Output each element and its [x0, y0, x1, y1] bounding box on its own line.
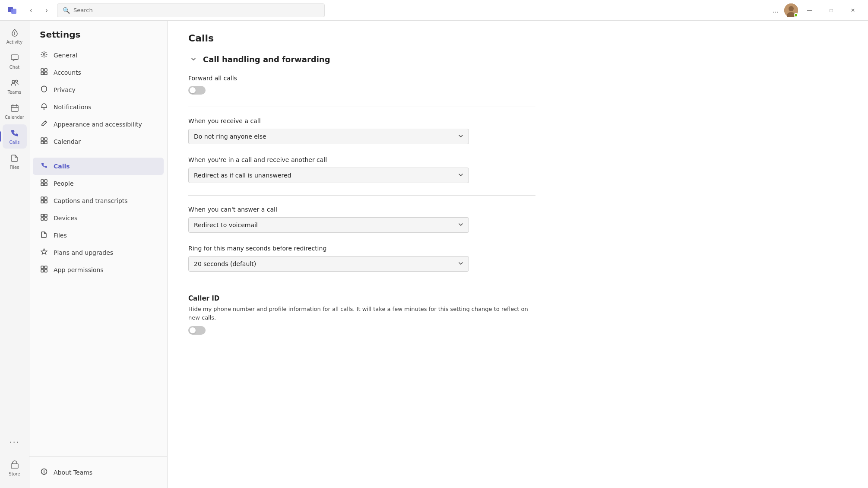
svg-rect-18 [41, 141, 44, 144]
svg-rect-23 [44, 183, 47, 186]
calls-settings-label: Calls [54, 163, 70, 170]
search-bar[interactable]: 🔍 Search [57, 3, 325, 17]
settings-nav-notifications[interactable]: Notifications [33, 98, 164, 116]
svg-rect-25 [44, 197, 47, 200]
settings-nav-about[interactable]: About Teams [33, 464, 164, 481]
settings-divider-1 [40, 154, 157, 154]
settings-nav-general[interactable]: General [33, 47, 164, 64]
user-avatar-container[interactable] [784, 3, 798, 17]
when-cant-answer-value: Redirect to voicemail [194, 222, 258, 228]
forward-all-calls-label: Forward all calls [188, 75, 535, 82]
calendar-label: Calendar [5, 115, 24, 120]
app-logo [5, 3, 19, 17]
calendar-icon [10, 104, 19, 114]
page-title: Calls [188, 33, 535, 44]
close-button[interactable]: ✕ [843, 3, 863, 17]
svg-rect-29 [44, 214, 47, 217]
more-options-button[interactable]: ... [769, 3, 782, 17]
chat-icon [10, 54, 19, 63]
back-button[interactable]: ‹ [24, 3, 38, 17]
settings-nav-devices[interactable]: Devices [33, 209, 164, 227]
settings-nav-files[interactable]: Files [33, 227, 164, 244]
settings-nav-calls[interactable]: Calls [33, 158, 164, 175]
caller-id-field: Caller ID Hide my phone number and profi… [188, 295, 535, 335]
notifications-label: Notifications [54, 104, 92, 111]
about-label: About Teams [54, 469, 92, 476]
settings-nav: General Accounts [29, 47, 167, 456]
main-layout: Activity Chat Teams [0, 21, 868, 488]
svg-rect-21 [44, 180, 47, 182]
title-bar-actions: ... — □ ✕ [769, 3, 863, 17]
activity-icon [10, 29, 19, 38]
settings-nav-privacy[interactable]: Privacy [33, 81, 164, 98]
settings-nav-people[interactable]: People [33, 175, 164, 192]
toggle-thumb [190, 87, 196, 93]
svg-point-3 [789, 6, 794, 11]
files-label: Files [10, 165, 19, 170]
forward-button[interactable]: › [40, 3, 54, 17]
ring-seconds-dropdown[interactable]: 20 seconds (default) [188, 256, 469, 272]
svg-rect-6 [11, 55, 18, 60]
when-cant-answer-dropdown[interactable]: Redirect to voicemail [188, 217, 469, 233]
sidebar-item-more[interactable]: ··· [3, 430, 27, 454]
teams-label: Teams [8, 90, 22, 95]
general-label: General [54, 52, 77, 59]
appearance-icon [40, 120, 48, 129]
minimize-button[interactable]: — [800, 3, 820, 17]
sidebar-item-files[interactable]: Files [3, 149, 27, 174]
caller-id-toggle-thumb [190, 327, 196, 333]
settings-nav-apppermissions[interactable]: App permissions [33, 261, 164, 279]
content-area: Calls Call handling and forwarding Forwa… [168, 21, 868, 488]
sidebar-item-teams[interactable]: Teams [3, 74, 27, 98]
settings-nav-calendar[interactable]: Calendar [33, 133, 164, 150]
svg-point-11 [43, 54, 45, 55]
people-label: People [54, 180, 74, 187]
content-inner: Calls Call handling and forwarding Forwa… [168, 21, 556, 359]
teams-icon [10, 79, 19, 89]
when-in-call-dropdown[interactable]: Redirect as if call is unanswered [188, 168, 469, 183]
general-icon [40, 51, 48, 60]
privacy-label: Privacy [54, 86, 76, 93]
divider-3 [188, 284, 535, 284]
notifications-icon [40, 103, 48, 111]
plans-icon [40, 248, 48, 257]
maximize-button[interactable]: □ [821, 3, 841, 17]
when-receive-call-dropdown[interactable]: Do not ring anyone else [188, 129, 469, 144]
svg-rect-15 [44, 72, 47, 75]
caller-id-toggle[interactable] [188, 326, 206, 335]
call-handling-section-header: Call handling and forwarding [188, 54, 535, 64]
collapse-button[interactable] [188, 54, 199, 64]
forward-all-calls-toggle[interactable] [188, 86, 206, 95]
sidebar-item-chat[interactable]: Chat [3, 49, 27, 73]
svg-rect-9 [11, 105, 18, 111]
divider-1 [188, 107, 535, 107]
svg-rect-10 [11, 464, 18, 468]
ring-seconds-label: Ring for this many seconds before redire… [188, 245, 535, 252]
left-nav: Activity Chat Teams [0, 21, 29, 488]
svg-rect-31 [44, 218, 47, 220]
privacy-icon [40, 86, 48, 94]
apppermissions-label: App permissions [54, 266, 104, 273]
caller-id-title: Caller ID [188, 295, 535, 302]
settings-nav-plans[interactable]: Plans and upgrades [33, 244, 164, 261]
call-handling-title: Call handling and forwarding [203, 55, 330, 64]
svg-rect-19 [44, 141, 47, 144]
settings-nav-appearance[interactable]: Appearance and accessibility [33, 116, 164, 133]
captions-label: Captions and transcripts [54, 197, 128, 204]
settings-nav-captions[interactable]: Captions and transcripts [33, 192, 164, 209]
sidebar-item-store[interactable]: Store [3, 456, 27, 480]
svg-rect-27 [44, 200, 47, 203]
settings-nav-accounts[interactable]: Accounts [33, 64, 164, 81]
accounts-icon [40, 68, 48, 77]
sidebar-item-calls[interactable]: Calls [3, 124, 27, 149]
when-cant-answer-label: When you can't answer a call [188, 206, 535, 213]
more-icon: ··· [10, 438, 19, 446]
settings-bottom: About Teams [29, 456, 167, 488]
sidebar-item-activity[interactable]: Activity [3, 24, 27, 48]
when-in-call-field: When you're in a call and receive anothe… [188, 156, 535, 183]
plans-label: Plans and upgrades [54, 249, 113, 256]
divider-2 [188, 195, 535, 196]
when-receive-call-value: Do not ring anyone else [194, 133, 266, 140]
ring-seconds-value: 20 seconds (default) [194, 260, 256, 267]
sidebar-item-calendar[interactable]: Calendar [3, 99, 27, 124]
